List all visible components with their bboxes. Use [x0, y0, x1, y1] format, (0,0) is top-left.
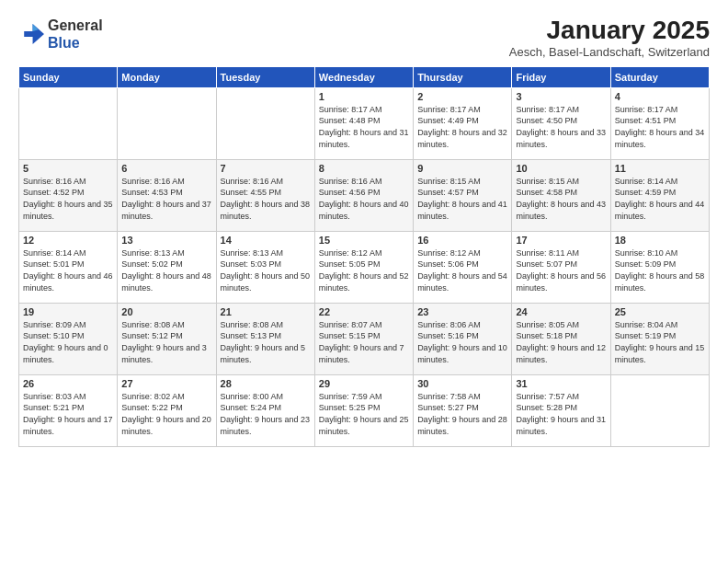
header-monday: Monday — [118, 66, 216, 87]
calendar-day: 30Sunrise: 7:58 AM Sunset: 5:27 PM Dayli… — [414, 374, 512, 446]
day-info: Sunrise: 8:05 AM Sunset: 5:18 PM Dayligh… — [516, 319, 606, 365]
header-wednesday: Wednesday — [314, 66, 413, 87]
day-info: Sunrise: 8:13 AM Sunset: 5:03 PM Dayligh… — [221, 247, 311, 293]
day-info: Sunrise: 8:12 AM Sunset: 5:05 PM Dayligh… — [319, 247, 409, 293]
logo-text: General Blue — [48, 17, 103, 52]
day-info: Sunrise: 7:58 AM Sunset: 5:27 PM Dayligh… — [417, 391, 507, 437]
day-number: 8 — [319, 163, 409, 174]
calendar-day: 24Sunrise: 8:05 AM Sunset: 5:18 PM Dayli… — [512, 303, 610, 374]
day-info: Sunrise: 8:08 AM Sunset: 5:13 PM Dayligh… — [221, 319, 311, 365]
day-number: 19 — [23, 306, 113, 317]
day-info: Sunrise: 8:16 AM Sunset: 4:52 PM Dayligh… — [23, 176, 113, 222]
calendar-week-3: 12Sunrise: 8:14 AM Sunset: 5:01 PM Dayli… — [19, 231, 710, 303]
day-info: Sunrise: 8:16 AM Sunset: 4:56 PM Dayligh… — [319, 176, 409, 222]
weekday-header-row: Sunday Monday Tuesday Wednesday Thursday… — [19, 66, 710, 87]
day-info: Sunrise: 8:04 AM Sunset: 5:19 PM Dayligh… — [615, 319, 705, 365]
calendar-day: 20Sunrise: 8:08 AM Sunset: 5:12 PM Dayli… — [118, 303, 216, 374]
day-info: Sunrise: 8:02 AM Sunset: 5:22 PM Dayligh… — [121, 391, 211, 437]
day-number: 3 — [516, 91, 606, 102]
day-info: Sunrise: 8:17 AM Sunset: 4:50 PM Dayligh… — [516, 104, 606, 150]
day-info: Sunrise: 8:17 AM Sunset: 4:48 PM Dayligh… — [319, 104, 409, 150]
day-number: 28 — [221, 378, 311, 389]
day-number: 4 — [615, 91, 705, 102]
calendar-day: 21Sunrise: 8:08 AM Sunset: 5:13 PM Dayli… — [216, 303, 314, 374]
day-number: 23 — [417, 306, 507, 317]
title-block: January 2025 Aesch, Basel-Landschaft, Sw… — [509, 17, 710, 59]
header-thursday: Thursday — [414, 66, 512, 87]
page: General Blue January 2025 Aesch, Basel-L… — [0, 0, 728, 563]
calendar-day: 4Sunrise: 8:17 AM Sunset: 4:51 PM Daylig… — [610, 87, 709, 159]
calendar-day: 8Sunrise: 8:16 AM Sunset: 4:56 PM Daylig… — [314, 159, 413, 231]
calendar-day — [118, 87, 216, 159]
calendar-day — [216, 87, 314, 159]
calendar-day: 2Sunrise: 8:17 AM Sunset: 4:49 PM Daylig… — [414, 87, 512, 159]
calendar-day: 5Sunrise: 8:16 AM Sunset: 4:52 PM Daylig… — [19, 159, 118, 231]
day-number: 12 — [23, 235, 113, 246]
day-number: 7 — [221, 163, 311, 174]
day-number: 14 — [221, 235, 311, 246]
calendar-day: 10Sunrise: 8:15 AM Sunset: 4:58 PM Dayli… — [512, 159, 610, 231]
day-number: 24 — [516, 306, 606, 317]
day-info: Sunrise: 7:57 AM Sunset: 5:28 PM Dayligh… — [516, 391, 606, 437]
calendar-week-1: 1Sunrise: 8:17 AM Sunset: 4:48 PM Daylig… — [19, 87, 710, 159]
day-number: 11 — [615, 163, 705, 174]
day-info: Sunrise: 8:15 AM Sunset: 4:58 PM Dayligh… — [516, 176, 606, 222]
day-number: 6 — [121, 163, 211, 174]
calendar-day: 27Sunrise: 8:02 AM Sunset: 5:22 PM Dayli… — [118, 374, 216, 446]
calendar-day: 13Sunrise: 8:13 AM Sunset: 5:02 PM Dayli… — [118, 231, 216, 303]
day-info: Sunrise: 8:11 AM Sunset: 5:07 PM Dayligh… — [516, 247, 606, 293]
calendar-day: 7Sunrise: 8:16 AM Sunset: 4:55 PM Daylig… — [216, 159, 314, 231]
calendar-day: 31Sunrise: 7:57 AM Sunset: 5:28 PM Dayli… — [512, 374, 610, 446]
day-number: 30 — [417, 378, 507, 389]
calendar-day: 28Sunrise: 8:00 AM Sunset: 5:24 PM Dayli… — [216, 374, 314, 446]
day-number: 20 — [121, 306, 211, 317]
day-number: 29 — [319, 378, 409, 389]
day-number: 17 — [516, 235, 606, 246]
calendar-day: 23Sunrise: 8:06 AM Sunset: 5:16 PM Dayli… — [414, 303, 512, 374]
day-number: 5 — [23, 163, 113, 174]
logo-general: General — [48, 17, 103, 33]
calendar-day: 14Sunrise: 8:13 AM Sunset: 5:03 PM Dayli… — [216, 231, 314, 303]
header-tuesday: Tuesday — [216, 66, 314, 87]
header-saturday: Saturday — [610, 66, 709, 87]
calendar-day: 25Sunrise: 8:04 AM Sunset: 5:19 PM Dayli… — [610, 303, 709, 374]
day-info: Sunrise: 8:06 AM Sunset: 5:16 PM Dayligh… — [417, 319, 507, 365]
calendar-day: 1Sunrise: 8:17 AM Sunset: 4:48 PM Daylig… — [314, 87, 413, 159]
calendar-day: 3Sunrise: 8:17 AM Sunset: 4:50 PM Daylig… — [512, 87, 610, 159]
calendar-day: 15Sunrise: 8:12 AM Sunset: 5:05 PM Dayli… — [314, 231, 413, 303]
calendar-day: 11Sunrise: 8:14 AM Sunset: 4:59 PM Dayli… — [610, 159, 709, 231]
day-number: 9 — [417, 163, 507, 174]
day-number: 31 — [516, 378, 606, 389]
calendar-day: 9Sunrise: 8:15 AM Sunset: 4:57 PM Daylig… — [414, 159, 512, 231]
header-sunday: Sunday — [19, 66, 118, 87]
day-number: 25 — [615, 306, 705, 317]
day-info: Sunrise: 8:17 AM Sunset: 4:51 PM Dayligh… — [615, 104, 705, 150]
header: General Blue January 2025 Aesch, Basel-L… — [18, 17, 710, 59]
day-number: 2 — [417, 91, 507, 102]
header-friday: Friday — [512, 66, 610, 87]
day-number: 15 — [319, 235, 409, 246]
day-number: 27 — [121, 378, 211, 389]
calendar-week-2: 5Sunrise: 8:16 AM Sunset: 4:52 PM Daylig… — [19, 159, 710, 231]
day-info: Sunrise: 8:00 AM Sunset: 5:24 PM Dayligh… — [221, 391, 311, 437]
day-info: Sunrise: 8:08 AM Sunset: 5:12 PM Dayligh… — [121, 319, 211, 365]
day-info: Sunrise: 8:09 AM Sunset: 5:10 PM Dayligh… — [23, 319, 113, 365]
day-info: Sunrise: 8:10 AM Sunset: 5:09 PM Dayligh… — [615, 247, 705, 293]
day-number: 22 — [319, 306, 409, 317]
location-subtitle: Aesch, Basel-Landschaft, Switzerland — [509, 45, 710, 59]
day-number: 16 — [417, 235, 507, 246]
day-info: Sunrise: 8:14 AM Sunset: 4:59 PM Dayligh… — [615, 176, 705, 222]
calendar-day: 16Sunrise: 8:12 AM Sunset: 5:06 PM Dayli… — [414, 231, 512, 303]
logo-icon — [18, 21, 44, 47]
month-title: January 2025 — [509, 17, 710, 45]
day-number: 26 — [23, 378, 113, 389]
calendar: Sunday Monday Tuesday Wednesday Thursday… — [18, 66, 710, 447]
day-number: 13 — [121, 235, 211, 246]
logo: General Blue — [18, 17, 103, 52]
day-info: Sunrise: 8:03 AM Sunset: 5:21 PM Dayligh… — [23, 391, 113, 437]
day-number: 21 — [221, 306, 311, 317]
day-number: 1 — [319, 91, 409, 102]
calendar-day: 19Sunrise: 8:09 AM Sunset: 5:10 PM Dayli… — [19, 303, 118, 374]
day-info: Sunrise: 8:16 AM Sunset: 4:53 PM Dayligh… — [121, 176, 211, 222]
calendar-week-5: 26Sunrise: 8:03 AM Sunset: 5:21 PM Dayli… — [19, 374, 710, 446]
